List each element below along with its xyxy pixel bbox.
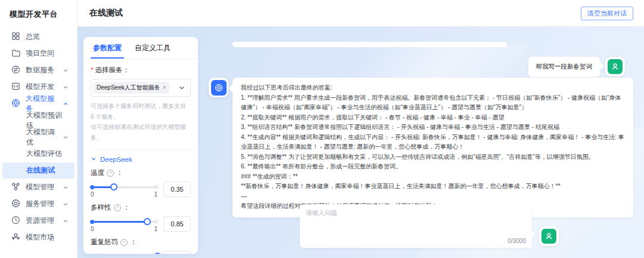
slider-end-dot	[154, 220, 158, 223]
diversity-label: 多样性 ? ：	[91, 203, 191, 212]
gear-icon	[11, 199, 20, 210]
previous-message-partial	[233, 42, 507, 47]
content-area: 参数配置 自定义工具 *选择服务： DeepSeek人工智能服务 ×	[78, 27, 644, 258]
sidebar-item-evaluation[interactable]: 大模型评估	[2, 146, 75, 162]
sidebar-item-service-manage[interactable]: 服务管理	[2, 196, 75, 212]
diversity-slider[interactable]	[91, 218, 157, 225]
repetition-penalty-slider[interactable]	[91, 253, 157, 254]
char-counter: 0/3000	[507, 238, 526, 244]
main-area: 在线测试 清空当前对话 参数配置 自定义工具 *选择服务： DeepS	[78, 0, 644, 258]
diversity-input[interactable]: 0.85	[163, 216, 191, 232]
slider-thumb[interactable]	[110, 183, 117, 191]
sidebar-item-label: 模型市场	[26, 232, 54, 242]
user-avatar-icon	[608, 59, 623, 74]
service-tag: DeepSeek人工智能服务 ×	[94, 82, 169, 94]
divider	[91, 149, 191, 149]
sidebar-item-data-services[interactable]: 数据服务	[2, 62, 75, 78]
user-message-bubble: 帮我写一段新春贺词	[528, 57, 600, 77]
sidebar-item-label: 服务管理	[26, 199, 54, 209]
ai-message-paragraph: 我经过以下思考后得出最终的答案:	[241, 83, 625, 93]
chat-input-row: 0/3000	[300, 204, 559, 248]
config-tabs: 参数配置 自定义工具	[83, 37, 198, 59]
clear-conversation-button[interactable]: 清空当前对话	[581, 7, 633, 20]
bot-icon	[211, 80, 227, 96]
ai-message-paragraph: 6. **最终输出** 将所有部分整合，形成一段完整的新春贺词。	[241, 162, 625, 172]
tag-close-icon[interactable]: ×	[163, 85, 166, 91]
config-panel: 参数配置 自定义工具 *选择服务： DeepSeek人工智能服务 ×	[83, 37, 198, 254]
sidebar-item-model-manage[interactable]: 模型管理	[2, 179, 75, 195]
page-title: 在线测试	[89, 8, 123, 19]
llm-service-icon	[11, 99, 20, 109]
nodes-icon	[11, 182, 20, 193]
slider-start-dot	[90, 220, 94, 224]
repetition-penalty-label: 重复惩罚 ? ：	[91, 238, 191, 247]
repetition-penalty-input[interactable]: 1	[163, 251, 191, 254]
service-select[interactable]: DeepSeek人工智能服务 ×	[91, 79, 191, 97]
tab-parameter-config[interactable]: 参数配置	[93, 37, 122, 59]
slider-start-dot	[90, 185, 94, 189]
chevron-up-icon	[63, 101, 69, 107]
help-icon: ?	[107, 170, 114, 177]
ai-message-paragraph: 5. **润色与调整** 为了让贺词更加顺畅和有文采，可以加入一些传统吉祥话或成…	[241, 152, 625, 162]
chevron-down-icon	[178, 84, 185, 91]
slider-range-labels: 01	[91, 191, 157, 198]
chevron-down-icon	[91, 156, 97, 163]
resource-icon	[11, 216, 20, 226]
ai-message-paragraph: 1. **理解用户需求** 用户要求生成一段新春贺词，用于表达祝福。新春贺词通常…	[241, 93, 625, 113]
folder-icon	[11, 48, 20, 59]
deepseek-section-toggle[interactable]: DeepSeek	[91, 156, 191, 163]
slider-thumb[interactable]	[144, 218, 151, 225]
sidebar-item-label: 数据服务	[26, 65, 54, 75]
tab-custom-tools[interactable]: 自定义工具	[135, 37, 171, 59]
diversity-row: 01 0.85	[91, 216, 191, 232]
data-transfer-icon	[11, 65, 20, 76]
chevron-down-icon	[63, 185, 69, 191]
ai-message-paragraph: 2. **提取关键词** 根据用户的需求，提取以下关键词： - 春节 - 祝福 …	[241, 113, 625, 123]
chevron-down-icon	[63, 84, 69, 90]
help-icon: ?	[114, 204, 121, 211]
sidebar-item-model-dev[interactable]: 模型开发	[2, 79, 75, 95]
sidebar-item-pretrain[interactable]: 大模型预训练	[2, 112, 75, 128]
sidebar-item-label: 大模型评估	[26, 149, 62, 159]
sidebar-item-model-market[interactable]: 模型市场	[2, 229, 75, 245]
service-helper-text: 可选择多个服务同时测试，最多支持 6 个服务。 仅可选择部署在测试环境的大模型服…	[91, 101, 191, 143]
chevron-down-icon	[63, 67, 69, 73]
sidebar-item-resource-manage[interactable]: 资源管理	[2, 213, 75, 229]
sidebar-item-label: 在线测试	[26, 165, 55, 176]
chevron-down-icon	[63, 201, 69, 207]
required-asterisk: *	[91, 66, 93, 73]
repetition-penalty-row: 01 1	[91, 251, 191, 254]
help-icon: ?	[120, 239, 128, 246]
ai-message-paragraph: 4. **生成内容** 根据关键词和逻辑结构，生成以下内容： - 开头祝福: 新…	[241, 133, 625, 152]
temperature-slider[interactable]	[91, 183, 157, 191]
ai-message-paragraph: —	[241, 192, 625, 202]
send-user-avatar[interactable]	[539, 226, 559, 246]
user-avatar	[605, 57, 625, 76]
temperature-input[interactable]: 0.35	[163, 182, 191, 197]
market-icon	[11, 232, 20, 243]
sidebar-item-label: 资源管理	[26, 216, 54, 226]
app-title: 模型开发平台	[0, 0, 77, 28]
config-body: *选择服务： DeepSeek人工智能服务 × 可选择多个服务同时测试，最多支持…	[83, 59, 198, 254]
chat-input-bubble: 0/3000	[300, 204, 532, 248]
sidebar-item-llm-services[interactable]: 大模型服务	[2, 96, 75, 112]
sidebar-item-project-space[interactable]: 项目空间	[2, 45, 75, 62]
ai-message-paragraph: ### **生成的贺词：**	[241, 172, 625, 182]
ai-message-paragraph: 3. **组织语言结构** 新春贺词通常按照以下逻辑组织语言： - 开头祝福 -…	[241, 122, 625, 133]
sidebar-item-online-test[interactable]: 在线测试	[2, 162, 75, 179]
slider-thumb[interactable]	[154, 253, 161, 254]
page-header: 在线测试 清空当前对话	[78, 0, 644, 27]
app-root: 模型开发平台 总览 项目空间 数据服务 模型开发	[0, 0, 644, 258]
slider-range-labels: 01	[91, 226, 157, 232]
sidebar-item-tuning[interactable]: 大模型调优	[2, 129, 75, 145]
question-input[interactable]	[306, 209, 526, 235]
chevron-down-icon	[63, 218, 69, 224]
chevron-down-icon	[63, 134, 69, 140]
ai-message-row: 我经过以下思考后得出最终的答案: 1. **理解用户需求** 用户要求生成一段新…	[209, 78, 633, 217]
ai-message-paragraph: **新春快乐，万事如意！身体健康，阖家幸福！事业蒸蒸日上，生活美满如意！愿新的一…	[241, 182, 625, 192]
user-avatar-icon	[541, 229, 556, 244]
ai-avatar	[209, 78, 228, 97]
sidebar-item-overview[interactable]: 总览	[2, 29, 75, 45]
sidebar-item-label: 模型开发	[26, 82, 54, 92]
slider-end-dot	[154, 185, 158, 189]
